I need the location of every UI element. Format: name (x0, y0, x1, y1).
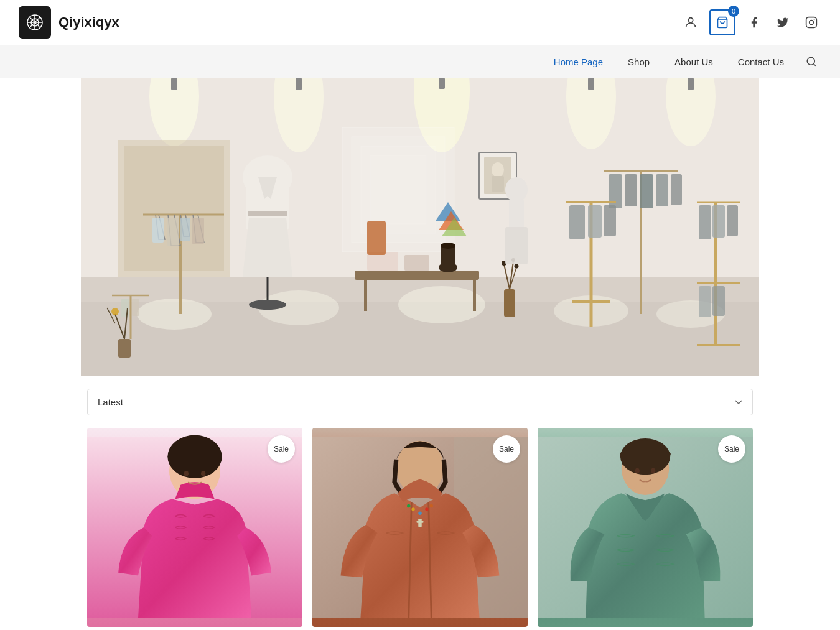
search-icon[interactable] (801, 52, 821, 72)
svg-rect-54 (355, 271, 479, 280)
user-icon[interactable] (681, 12, 701, 32)
svg-point-89 (492, 162, 504, 177)
svg-rect-86 (712, 286, 725, 316)
svg-point-10 (814, 19, 815, 21)
facebook-icon[interactable] (744, 12, 764, 32)
header-icons: 0 (681, 9, 821, 35)
hero-banner (81, 78, 759, 376)
svg-rect-42 (167, 218, 179, 246)
svg-rect-106 (688, 78, 694, 90)
svg-point-127 (635, 468, 640, 473)
sort-bar: Latest Price: Low to High Price: High to… (81, 389, 759, 415)
svg-rect-104 (439, 78, 445, 89)
cart-badge: 0 (728, 6, 739, 17)
svg-rect-82 (699, 205, 711, 239)
svg-point-35 (249, 300, 286, 310)
svg-rect-91 (504, 289, 515, 317)
nav-shop[interactable]: Shop (615, 45, 662, 78)
svg-point-11 (807, 57, 814, 65)
svg-rect-69 (640, 174, 653, 208)
svg-rect-44 (192, 218, 204, 244)
product-card[interactable]: Sale (87, 428, 302, 627)
svg-rect-90 (492, 176, 504, 192)
svg-point-25 (398, 286, 485, 323)
svg-rect-71 (671, 174, 682, 205)
svg-point-61 (441, 243, 455, 249)
instagram-icon[interactable] (801, 12, 821, 32)
logo-area[interactable]: Qiyixiqyx (19, 6, 119, 39)
svg-point-23 (137, 299, 212, 330)
svg-rect-56 (473, 280, 476, 311)
nav-about[interactable]: About Us (662, 45, 726, 78)
hero-image (81, 78, 759, 376)
sale-badge: Sale (718, 435, 745, 463)
svg-rect-83 (712, 205, 725, 238)
svg-line-12 (813, 63, 815, 65)
svg-rect-49 (118, 339, 131, 358)
svg-point-112 (201, 471, 205, 476)
sort-select[interactable]: Latest Price: Low to High Price: High to… (87, 389, 753, 415)
svg-rect-84 (727, 205, 738, 236)
svg-point-98 (505, 177, 528, 202)
svg-rect-38 (248, 211, 287, 216)
svg-rect-48 (132, 299, 139, 316)
product-card[interactable]: Sale (312, 428, 528, 627)
svg-rect-60 (441, 246, 455, 267)
svg-rect-8 (806, 17, 817, 28)
svg-rect-55 (364, 280, 367, 311)
svg-rect-121 (418, 519, 421, 527)
nav-home[interactable]: Home Page (541, 45, 615, 78)
svg-rect-105 (588, 78, 594, 90)
logo-icon (19, 6, 51, 39)
sale-badge: Sale (268, 435, 295, 463)
svg-point-53 (111, 308, 119, 315)
svg-point-97 (515, 264, 519, 269)
svg-point-129 (634, 482, 656, 493)
nav-contact[interactable]: Contact Us (726, 45, 796, 78)
svg-rect-68 (625, 174, 637, 206)
svg-rect-100 (505, 227, 528, 264)
svg-rect-99 (509, 199, 524, 230)
svg-rect-103 (296, 78, 302, 90)
svg-rect-33 (124, 146, 224, 271)
svg-rect-101 (367, 221, 386, 255)
twitter-icon[interactable] (773, 12, 793, 32)
svg-rect-43 (180, 218, 190, 241)
svg-point-110 (167, 435, 222, 478)
svg-point-119 (407, 504, 410, 507)
svg-point-9 (810, 21, 814, 25)
site-header: Qiyixiqyx 0 (0, 0, 840, 45)
cart-button[interactable]: 0 (709, 9, 735, 35)
svg-rect-47 (121, 299, 129, 317)
svg-rect-31 (370, 155, 426, 224)
product-card[interactable]: Sale (538, 428, 753, 627)
svg-rect-70 (656, 174, 668, 206)
svg-point-116 (411, 507, 414, 511)
svg-rect-41 (152, 218, 164, 243)
svg-rect-122 (417, 521, 424, 523)
svg-point-118 (425, 507, 428, 511)
svg-point-120 (429, 504, 432, 507)
svg-point-6 (688, 18, 693, 22)
svg-point-128 (651, 468, 655, 473)
svg-rect-77 (604, 205, 616, 236)
svg-rect-58 (404, 255, 429, 271)
svg-rect-75 (569, 205, 585, 239)
site-name: Qiyixiqyx (58, 14, 119, 30)
products-grid: Sale (81, 428, 759, 630)
svg-rect-102 (171, 78, 177, 90)
svg-rect-85 (699, 286, 711, 317)
svg-point-111 (184, 471, 189, 476)
main-nav: Home Page Shop About Us Contact Us (0, 45, 840, 78)
sale-badge: Sale (493, 435, 520, 463)
svg-point-117 (418, 512, 421, 515)
svg-rect-76 (588, 205, 602, 238)
